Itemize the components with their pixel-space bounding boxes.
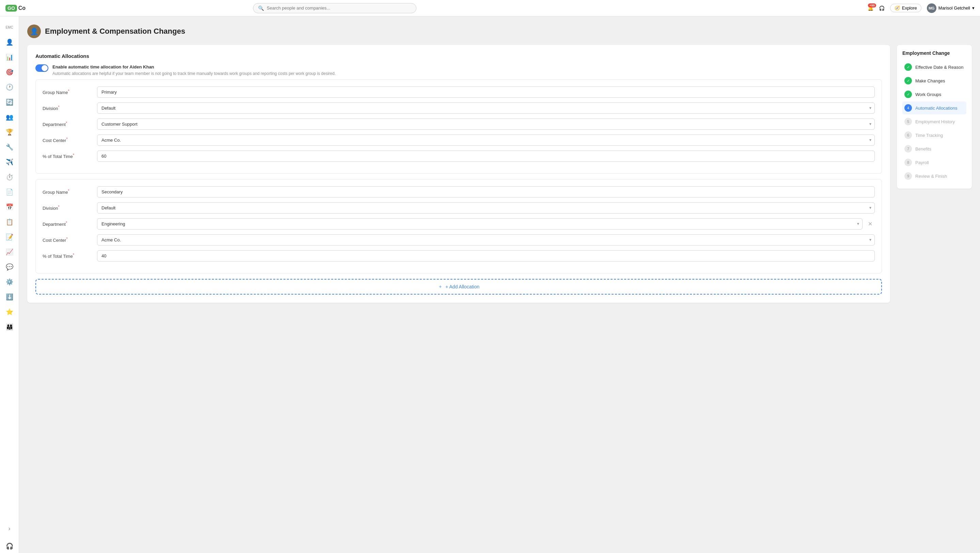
sidebar-item-list2[interactable]: 📝 xyxy=(3,230,16,244)
sidebar-item-reports[interactable]: 📊 xyxy=(3,51,16,64)
secondary-department-select-wrap: Engineering ▾ xyxy=(97,218,862,229)
toggle-text: Enable automatic time allocation for Aid… xyxy=(52,64,336,76)
secondary-division-label: Division* xyxy=(43,205,97,211)
sidebar-item-time[interactable]: 🕐 xyxy=(3,80,16,94)
avatar: MG xyxy=(927,3,936,13)
sidebar-item-bar-chart[interactable]: 📈 xyxy=(3,245,16,259)
steps-sidebar: Employment Change ✓ Effective Date & Rea… xyxy=(897,45,972,189)
step-icon-8: 8 xyxy=(904,159,912,166)
step-label-4: Automatic Allocations xyxy=(915,106,958,111)
secondary-division-row: Division* Default ▾ xyxy=(43,202,875,213)
step-label-8: Payroll xyxy=(915,160,929,165)
step-item-6[interactable]: 6 Time Tracking xyxy=(902,129,966,141)
step-label-5: Employment History xyxy=(915,119,955,124)
secondary-department-select[interactable]: Engineering xyxy=(97,218,862,229)
sidebar-item-travel[interactable]: ✈️ xyxy=(3,155,16,169)
notification-icon[interactable]: 🔔 +99 xyxy=(868,5,873,11)
primary-division-select[interactable]: Default xyxy=(97,102,875,114)
secondary-cost-center-select[interactable]: Acme Co. xyxy=(97,234,875,246)
top-nav: GO Co 🔍 🔔 +99 🎧 🧭 Explore MG Marisol Get… xyxy=(0,0,980,16)
plus-icon: ＋ xyxy=(438,284,443,290)
add-allocation-label: + Add Allocation xyxy=(445,284,479,289)
sidebar-item-team[interactable]: 👨‍👩‍👧 xyxy=(3,320,16,334)
step-label-2: Make Changes xyxy=(915,78,945,83)
step-icon-7: 7 xyxy=(904,145,912,153)
sidebar-item-clock[interactable]: ⏱️ xyxy=(3,170,16,184)
primary-department-select[interactable]: Customer Support xyxy=(97,119,875,130)
secondary-percent-input[interactable] xyxy=(97,250,875,262)
step-item-1[interactable]: ✓ Effective Date & Reason xyxy=(902,60,966,73)
nav-right: 🔔 +99 🎧 🧭 Explore MG Marisol Getchell ▾ xyxy=(868,3,975,13)
primary-cost-center-row: Cost Center* Acme Co. ▾ xyxy=(43,135,875,146)
step-icon-5: 5 xyxy=(904,118,912,125)
primary-group-name-label: Group Name* xyxy=(43,89,97,95)
user-menu[interactable]: MG Marisol Getchell ▾ xyxy=(927,3,975,13)
sidebar-item-download[interactable]: ⬇️ xyxy=(3,290,16,304)
sidebar-item-user2[interactable]: 👥 xyxy=(3,110,16,124)
step-label-1: Effective Date & Reason xyxy=(915,65,963,70)
step-icon-4: 4 xyxy=(904,104,912,112)
automatic-allocations-card: Automatic Allocations Enable automatic t… xyxy=(27,45,890,303)
page-header: 👤 Employment & Compensation Changes xyxy=(27,24,972,38)
step-item-3[interactable]: ✓ Work Groups xyxy=(902,88,966,101)
steps-card: Employment Change ✓ Effective Date & Rea… xyxy=(897,45,972,189)
sidebar: EMC 👤 📊 🎯 🕐 🔄 👥 🏆 🔧 ✈️ ⏱️ 📄 📅 📋 📝 📈 💬 ⚙️… xyxy=(0,0,19,553)
secondary-group-name-input[interactable] xyxy=(97,186,875,197)
toggle-description: Automatic allocations are helpful if you… xyxy=(52,71,336,76)
primary-division-row: Division* Default ▾ xyxy=(43,102,875,114)
step-label-3: Work Groups xyxy=(915,92,941,97)
explore-button[interactable]: 🧭 Explore xyxy=(890,4,921,12)
sidebar-item-people[interactable]: 👤 xyxy=(3,35,16,49)
secondary-department-row-inner: Engineering ▾ ✕ xyxy=(97,218,875,229)
form-area: Automatic Allocations Enable automatic t… xyxy=(27,45,890,308)
toggle-label: Enable automatic time allocation for Aid… xyxy=(52,64,336,70)
sidebar-item-chat[interactable]: 💬 xyxy=(3,260,16,274)
secondary-group-card: Group Name* Division* Default ▾ xyxy=(35,179,882,273)
step-item-2[interactable]: ✓ Make Changes xyxy=(902,74,966,87)
step-label-7: Benefits xyxy=(915,146,931,151)
sidebar-expand-button[interactable]: › xyxy=(3,522,16,535)
sidebar-item-document[interactable]: 📄 xyxy=(3,185,16,199)
primary-percent-input[interactable] xyxy=(97,151,875,162)
secondary-department-delete-button[interactable]: ✕ xyxy=(865,219,875,229)
step-icon-9: 9 xyxy=(904,172,912,180)
sidebar-item-goals[interactable]: 🎯 xyxy=(3,65,16,79)
employee-avatar: 👤 xyxy=(27,24,41,38)
steps-list: ✓ Effective Date & Reason ✓ Make Changes… xyxy=(902,60,966,183)
sidebar-item-tools[interactable]: 🔧 xyxy=(3,140,16,154)
chevron-down-icon: ▾ xyxy=(972,5,975,11)
secondary-department-row: Department* Engineering ▾ ✕ xyxy=(43,218,875,229)
add-allocation-button[interactable]: ＋ + Add Allocation xyxy=(35,279,882,294)
step-item-4[interactable]: 4 Automatic Allocations xyxy=(902,102,966,114)
step-item-5[interactable]: 5 Employment History xyxy=(902,115,966,128)
primary-department-row: Department* Customer Support ▾ xyxy=(43,119,875,130)
secondary-division-select[interactable]: Default xyxy=(97,202,875,213)
secondary-percent-label: % of Total Time* xyxy=(43,253,97,259)
primary-group-name-row: Group Name* xyxy=(43,86,875,98)
step-icon-3: ✓ xyxy=(904,91,912,98)
secondary-group-name-label: Group Name* xyxy=(43,189,97,195)
step-icon-6: 6 xyxy=(904,132,912,139)
sidebar-logo-item[interactable]: EMC xyxy=(3,21,16,34)
headset-icon[interactable]: 🎧 xyxy=(879,5,885,11)
card-title: Automatic Allocations xyxy=(35,53,882,59)
logo[interactable]: GO Co xyxy=(5,5,25,11)
chevron-right-icon: › xyxy=(8,525,11,532)
sidebar-item-support[interactable]: 🎧 xyxy=(3,539,16,553)
auto-allocation-toggle[interactable] xyxy=(35,64,48,72)
step-item-8[interactable]: 8 Payroll xyxy=(902,156,966,169)
step-item-9[interactable]: 9 Review & Finish xyxy=(902,170,966,183)
explore-label: Explore xyxy=(902,5,917,11)
sidebar-item-calendar[interactable]: 📅 xyxy=(3,200,16,214)
search-input[interactable] xyxy=(267,5,411,11)
sidebar-item-star[interactable]: ⭐ xyxy=(3,305,16,319)
sidebar-item-trophy[interactable]: 🏆 xyxy=(3,125,16,139)
search-bar[interactable]: 🔍 xyxy=(253,3,417,13)
sidebar-item-list[interactable]: 📋 xyxy=(3,215,16,229)
sidebar-item-apps[interactable]: ⚙️ xyxy=(3,275,16,289)
primary-group-name-input[interactable] xyxy=(97,86,875,98)
step-item-7[interactable]: 7 Benefits xyxy=(902,142,966,155)
primary-cost-center-select[interactable]: Acme Co. xyxy=(97,135,875,146)
secondary-group-name-row: Group Name* xyxy=(43,186,875,197)
sidebar-item-sync[interactable]: 🔄 xyxy=(3,95,16,109)
